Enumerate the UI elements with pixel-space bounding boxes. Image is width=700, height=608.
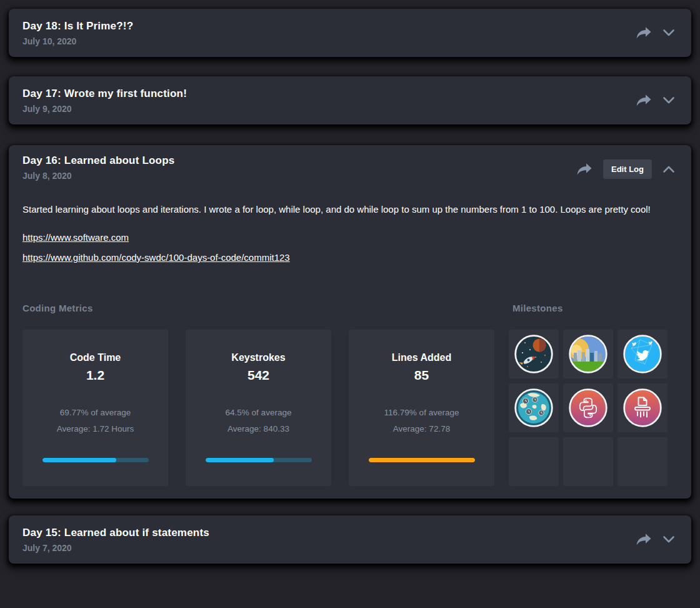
progress-bar-fill — [369, 458, 475, 462]
metric-label: Lines Added — [392, 352, 451, 363]
milestone-slot — [618, 383, 668, 432]
metric-value: 1.2 — [86, 368, 104, 383]
log-link-software[interactable]: https://www.software.com — [22, 232, 678, 243]
twitter-badge-icon[interactable] — [622, 334, 662, 374]
log-entry-title: Day 15: Learned about if statements — [22, 527, 209, 539]
log-entry-date: July 10, 2020 — [22, 36, 133, 46]
metric-value: 85 — [414, 368, 429, 383]
metric-card-lines-added: Lines Added 85 116.79% of average Averag… — [349, 330, 494, 486]
log-entry-header-text: Day 17: Wrote my first function! July 9,… — [22, 88, 187, 114]
progress-bar-fill — [42, 458, 117, 462]
log-entry-title: Day 18: Is It Prime?!? — [22, 20, 133, 33]
share-button[interactable] — [576, 163, 592, 176]
expand-button[interactable] — [662, 96, 675, 104]
python-badge-icon[interactable] — [568, 388, 608, 428]
progress-bar-fill — [206, 458, 274, 462]
share-button[interactable] — [636, 533, 652, 546]
log-entry-day-18[interactable]: Day 18: Is It Prime?!? July 10, 2020 — [9, 9, 691, 57]
metric-value: 542 — [248, 368, 269, 383]
log-entry-header-text: Day 18: Is It Prime?!? July 10, 2020 — [22, 20, 133, 46]
metric-label: Keystrokes — [231, 352, 285, 363]
collapse-button[interactable] — [662, 165, 675, 173]
log-entry-date: July 8, 2020 — [22, 171, 174, 181]
milestones-heading: Milestones — [509, 303, 668, 313]
expand-button[interactable] — [662, 29, 675, 37]
milestones-section: Milestones — [509, 303, 668, 486]
milestone-slot — [563, 383, 613, 432]
paper-shredder-badge-icon[interactable] — [622, 388, 662, 428]
progress-bar — [42, 458, 149, 462]
progress-bar — [369, 458, 475, 462]
expand-button[interactable] — [662, 535, 675, 544]
share-button[interactable] — [636, 94, 652, 107]
chevron-up-icon — [662, 165, 675, 173]
coding-metrics-section: Coding Metrics Code Time 1.2 69.77% of a… — [22, 303, 494, 486]
milestone-slot — [509, 383, 559, 432]
milestone-empty-slot — [509, 437, 559, 486]
coding-metrics-heading: Coding Metrics — [22, 303, 494, 313]
milestone-slot — [618, 330, 668, 378]
milestone-slot — [563, 330, 613, 378]
log-entry-header-text: Day 16: Learned about Loops July 8, 2020 — [22, 155, 174, 181]
share-icon — [636, 533, 652, 546]
metric-average-text: Average: 72.78 — [393, 424, 450, 433]
edit-log-button[interactable]: Edit Log — [603, 160, 652, 179]
space-rocket-badge-icon[interactable] — [514, 334, 554, 374]
metric-label: Code Time — [70, 352, 121, 363]
metric-percent-text: 116.79% of average — [384, 408, 459, 417]
log-entry-title: Day 17: Wrote my first function! — [22, 88, 187, 100]
metric-card-keystrokes: Keystrokes 542 64.5% of average Average:… — [186, 330, 331, 486]
log-entry-day-16: Day 16: Learned about Loops July 8, 2020… — [9, 145, 691, 499]
log-entry-day-15[interactable]: Day 15: Learned about if statements July… — [9, 515, 691, 564]
log-entry-date: July 7, 2020 — [22, 543, 209, 553]
share-icon — [636, 26, 652, 39]
log-entry-day-17[interactable]: Day 17: Wrote my first function! July 9,… — [9, 76, 691, 124]
share-icon — [636, 94, 652, 107]
milestone-empty-slot — [618, 437, 668, 486]
metric-percent-text: 64.5% of average — [226, 408, 292, 417]
share-icon — [576, 163, 592, 176]
chevron-down-icon — [662, 96, 675, 104]
city-sunrise-badge-icon[interactable] — [568, 334, 608, 374]
metric-card-code-time: Code Time 1.2 69.77% of average Average:… — [22, 330, 168, 486]
milestone-slot — [509, 330, 559, 378]
log-entry-header-text: Day 15: Learned about if statements July… — [22, 527, 209, 553]
log-link-github-commit[interactable]: https://www.github.com/cody-swdc/100-day… — [22, 252, 678, 263]
metric-average-text: Average: 840.33 — [228, 424, 289, 433]
metric-average-text: Average: 1.72 Hours — [57, 424, 134, 433]
log-description: Started learning about loops and iterati… — [22, 202, 672, 217]
share-button[interactable] — [636, 26, 652, 39]
progress-bar — [206, 458, 312, 462]
milestone-empty-slot — [563, 437, 613, 486]
log-entry-date: July 9, 2020 — [22, 104, 187, 114]
log-entry-title: Day 16: Learned about Loops — [22, 155, 174, 167]
globe-timezones-badge-icon[interactable] — [514, 388, 554, 428]
metric-percent-text: 69.77% of average — [60, 408, 131, 417]
chevron-down-icon — [662, 535, 675, 544]
chevron-down-icon — [662, 29, 675, 37]
